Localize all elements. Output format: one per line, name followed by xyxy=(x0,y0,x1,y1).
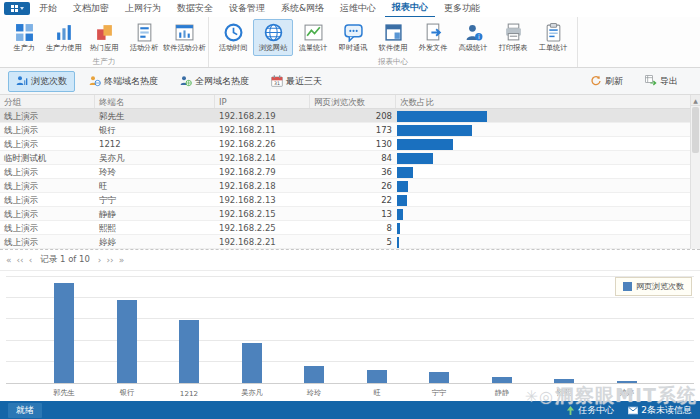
toolbar-button-刷新[interactable]: 刷新 xyxy=(582,71,631,92)
ribbon-tab-更多功能[interactable]: 更多功能 xyxy=(437,0,487,17)
last-page-icon[interactable]: » xyxy=(119,256,125,265)
table-row[interactable]: 线上演示宁宁192.168.2.1322 xyxy=(0,193,700,207)
vertical-scrollbar[interactable]: ▲ xyxy=(690,95,700,249)
chart-bar-吴亦凡 xyxy=(242,343,262,383)
next-group-icon[interactable]: ›› xyxy=(106,256,113,265)
cell-count: 13 xyxy=(310,207,396,220)
table-row[interactable]: 线上演示熙熙192.168.2.258 xyxy=(0,221,700,235)
x-axis-label: 吴亦凡 xyxy=(224,388,280,398)
table-body: 线上演示郭先生192.168.2.19208线上演示银行192.168.2.11… xyxy=(0,109,700,249)
cell-count: 22 xyxy=(310,193,396,206)
export-icon xyxy=(645,75,657,87)
ribbon-button-热门应用[interactable]: 热门应用 xyxy=(84,19,124,56)
cell-ratio xyxy=(396,151,700,164)
table-row[interactable]: 临时测试机吴亦凡192.168.2.1484 xyxy=(0,151,700,165)
column-header-次数占比[interactable]: 次数占比 xyxy=(396,95,700,108)
scrollbar-thumb[interactable] xyxy=(692,107,699,153)
ribbon-button-流量统计[interactable]: 流量统计 xyxy=(293,19,333,56)
toolbar-button-全网域名热度[interactable]: 全网域名热度 xyxy=(172,71,257,92)
ribbon-button-浏览网站[interactable]: 浏览网站 xyxy=(253,19,293,56)
ribbon-button-活动时间[interactable]: 活动时间 xyxy=(213,19,253,56)
ribbon-button-打印报表[interactable]: 打印报表 xyxy=(493,19,533,56)
window-chart-icon xyxy=(175,23,194,42)
table-row[interactable]: 线上演示郭先生192.168.2.19208 xyxy=(0,109,700,123)
table-row[interactable]: 线上演示静静192.168.2.1513 xyxy=(0,207,700,221)
person-chart-icon xyxy=(16,75,28,87)
file-menu-button[interactable] xyxy=(4,2,30,15)
ribbon-tab-开始[interactable]: 开始 xyxy=(32,0,64,17)
cell-terminal-name: 静静 xyxy=(95,207,215,220)
ribbon-button-软件使用[interactable]: 软件使用 xyxy=(373,19,413,56)
cell-ip: 192.168.2.13 xyxy=(215,193,310,206)
prev-record-icon[interactable]: ‹ xyxy=(29,256,33,265)
ribbon-tab-上网行为[interactable]: 上网行为 xyxy=(118,0,168,17)
unread-messages-item[interactable]: 2条未读信息 xyxy=(628,404,692,417)
ribbon-button-工单统计[interactable]: 工单统计 xyxy=(533,19,573,56)
x-axis-label: 旺 xyxy=(349,388,405,398)
table-row[interactable]: 线上演示婷婷192.168.2.215 xyxy=(0,235,700,249)
grid-icon xyxy=(15,23,34,42)
cell-count: 26 xyxy=(310,179,396,192)
ratio-bar xyxy=(397,125,472,136)
hot-app-icon xyxy=(95,23,114,42)
cell-ratio xyxy=(396,137,700,150)
toolbar-button-最近三天[interactable]: 31最近三天 xyxy=(263,71,330,92)
cell-group: 线上演示 xyxy=(0,221,95,234)
ribbon-button-生产力使用[interactable]: 生产力使用 xyxy=(44,19,84,56)
ribbon-button-活动分析[interactable]: 活动分析 xyxy=(124,19,164,56)
cell-terminal-name: 玲玲 xyxy=(95,165,215,178)
ribbon-button-外发文件[interactable]: 外发文件 xyxy=(413,19,453,56)
ribbon-tab-数据安全[interactable]: 数据安全 xyxy=(170,0,220,17)
person-globe-icon xyxy=(89,75,101,87)
ribbon-tab-系统&网络[interactable]: 系统&网络 xyxy=(274,0,331,17)
browse-count-bar-chart: 网页浏览次数 郭先生银行1212吴亦凡玲玲旺宁宁静静熙熙婷婷 xyxy=(0,270,700,401)
cell-terminal-name: 旺 xyxy=(95,179,215,192)
chart-gridline xyxy=(6,361,694,362)
task-center-label: 任务中心 xyxy=(578,404,614,417)
ribbon-button-高级统计[interactable]: i高级统计 xyxy=(453,19,493,56)
chart-bar-旺 xyxy=(367,370,387,383)
ribbon-tab-运维中心[interactable]: 运维中心 xyxy=(333,0,383,17)
column-header-IP[interactable]: IP xyxy=(215,95,310,108)
toolbar-button-浏览次数[interactable]: 浏览次数 xyxy=(8,71,75,92)
cell-ip: 192.168.2.18 xyxy=(215,179,310,192)
ribbon-tab-设备管理[interactable]: 设备管理 xyxy=(222,0,272,17)
chart-gridline xyxy=(6,318,694,319)
scroll-up-icon[interactable]: ▲ xyxy=(691,95,700,106)
column-header-分组[interactable]: 分组 xyxy=(0,95,95,108)
doc-chart-icon xyxy=(135,23,154,42)
ribbon-tab-文档加密[interactable]: 文档加密 xyxy=(66,0,116,17)
app-window: 开始文档加密上网行为数据安全设备管理系统&网络运维中心报表中心更多功能 生产力生… xyxy=(0,0,700,419)
ribbon-button-即时通讯[interactable]: 即时通讯 xyxy=(333,19,373,56)
chart-gridline xyxy=(6,340,694,341)
legend-label: 网页浏览次数 xyxy=(636,281,684,292)
ribbon-button-生产力[interactable]: 生产力 xyxy=(4,19,44,56)
cell-ratio xyxy=(396,165,700,178)
prev-group-icon[interactable]: ‹‹ xyxy=(17,256,24,265)
chart-bar-宁宁 xyxy=(429,372,449,383)
unread-messages-label: 2条未读信息 xyxy=(641,404,692,417)
mail-icon xyxy=(628,405,638,415)
x-axis-label: 玲玲 xyxy=(286,388,342,398)
ratio-bar xyxy=(397,223,400,234)
table-row[interactable]: 线上演示旺192.168.2.1826 xyxy=(0,179,700,193)
cell-group: 线上演示 xyxy=(0,165,95,178)
table-row[interactable]: 线上演示玲玲192.168.2.7936 xyxy=(0,165,700,179)
next-record-icon[interactable]: › xyxy=(98,256,102,265)
ratio-bar xyxy=(397,153,433,164)
task-center-item[interactable]: 任务中心 xyxy=(565,404,614,417)
toolbar-button-终端域名热度[interactable]: 终端域名热度 xyxy=(81,71,166,92)
chart-bar-1212 xyxy=(179,320,199,383)
column-header-网页浏览次数[interactable]: 网页浏览次数 xyxy=(310,95,396,108)
ribbon-tab-报表中心[interactable]: 报表中心 xyxy=(385,0,435,18)
toolbar-button-导出[interactable]: 导出 xyxy=(637,71,686,92)
chart-bar-熙熙 xyxy=(554,379,574,383)
legend-swatch xyxy=(623,282,632,291)
first-page-icon[interactable]: « xyxy=(6,256,12,265)
table-row[interactable]: 线上演示银行192.168.2.11173 xyxy=(0,123,700,137)
cell-ip: 192.168.2.14 xyxy=(215,151,310,164)
ribbon-button-软件活动分析[interactable]: 软件活动分析 xyxy=(164,19,204,56)
cell-count: 36 xyxy=(310,165,396,178)
table-row[interactable]: 线上演示1212192.168.2.26130 xyxy=(0,137,700,151)
column-header-终端名[interactable]: 终端名 xyxy=(95,95,215,108)
